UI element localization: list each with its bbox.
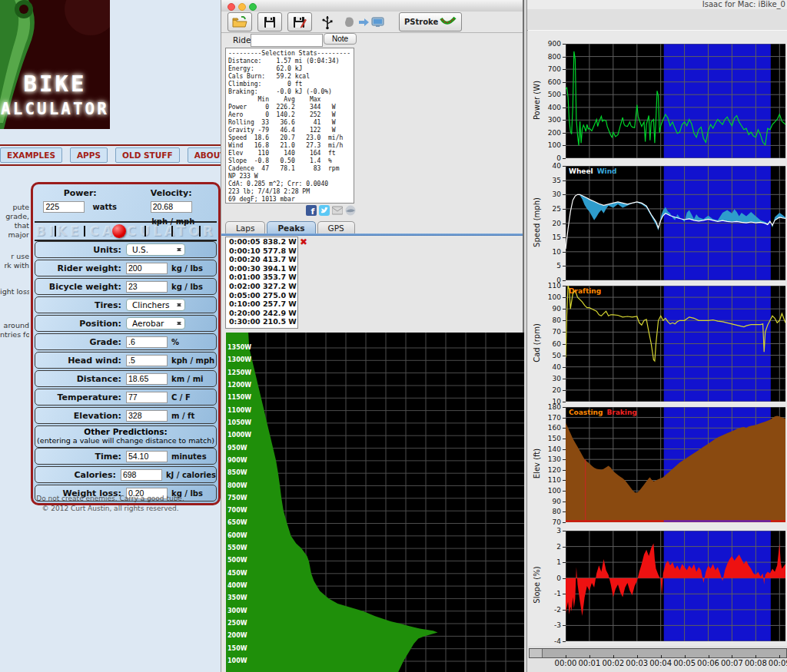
input-grade[interactable] (126, 336, 168, 348)
cadence-tick-mark (563, 297, 566, 298)
elevation-tick-mark (563, 459, 566, 460)
slope-plot[interactable] (566, 531, 785, 641)
peak-entry[interactable]: 0:01:00 353.7 W (226, 273, 297, 282)
divider-top (0, 144, 221, 146)
power-tick-mark (563, 44, 566, 45)
twitter-icon[interactable] (319, 205, 330, 216)
cadence-tick-mark (563, 320, 566, 321)
other-predictions-title: Other Predictions: (35, 427, 216, 436)
select-units[interactable]: U.S. (126, 243, 185, 256)
power-duration-tick-label: 950W (227, 445, 247, 452)
peak-entry[interactable]: 0:20:00 242.9 W (226, 309, 297, 318)
cadence-tick-mark (563, 286, 566, 286)
facebook-icon[interactable]: f (306, 205, 317, 216)
zoom-button[interactable] (249, 3, 257, 11)
velocity-input[interactable] (151, 201, 192, 213)
peak-entry[interactable]: 0:00:20 413.7 W (226, 255, 297, 264)
scrollbar-cap (530, 649, 543, 657)
power-duration-tick-label: 450W (227, 570, 247, 577)
google-earth-icon[interactable] (345, 205, 356, 216)
power-duration-tick-label: 300W (227, 607, 247, 614)
email-icon[interactable] (332, 205, 343, 216)
input-bicycle-weight[interactable] (126, 281, 168, 293)
peak-entry[interactable]: 0:10:00 257.7 W (226, 300, 297, 309)
tab-gps[interactable]: GPS (317, 221, 355, 234)
tab-laps[interactable]: Laps (225, 221, 265, 234)
usb-icon (322, 15, 333, 30)
window-titlebar[interactable] (221, 0, 523, 12)
slope-tick-mark (563, 562, 566, 563)
power-duration-tick-label: 1250W (227, 369, 251, 376)
slider-tick (84, 226, 85, 237)
side-text-fragment: rk with (0, 261, 29, 270)
elevation-plot[interactable] (566, 407, 785, 522)
power-duration-tick-label: 1300W (227, 356, 251, 363)
power-input[interactable] (43, 201, 85, 213)
input-distance[interactable] (126, 373, 168, 385)
cadence-tick-mark (563, 379, 566, 379)
input-rider-weight[interactable] (126, 263, 168, 274)
row-calories: Calories:kJ / calories (35, 466, 217, 483)
chevron-up-down-icon (177, 246, 182, 253)
power-tick-mark (563, 57, 566, 58)
usb-import-button[interactable] (317, 13, 337, 31)
cadence-axis-title: Cad (rpm) (533, 285, 541, 401)
power-tick-mark (563, 120, 566, 121)
input-head-wind[interactable] (126, 355, 168, 366)
power-duration-tick-label: 350W (227, 594, 247, 601)
pstroke-button[interactable]: PStroke (399, 12, 462, 31)
select-tires[interactable]: Clinchers (126, 299, 185, 311)
save-as-button[interactable] (287, 12, 312, 31)
save-floppy-icon (264, 16, 276, 28)
cadence-plot[interactable] (566, 286, 785, 402)
peak-entry[interactable]: 0:30:00 210.5 W (226, 317, 297, 326)
nav-button-old-stuff[interactable]: OLD STUFF (115, 147, 180, 163)
input-temperature[interactable] (126, 392, 168, 403)
peak-entry[interactable]: 0:00:05 838.2 W (226, 237, 297, 247)
chevron-up-down-icon (177, 319, 182, 327)
peak-entry[interactable]: 0:00:30 394.1 W (226, 264, 297, 273)
time-axis-tick (732, 655, 732, 658)
tab-peaks[interactable]: Peaks (267, 221, 315, 234)
calculator-header-row: Power: watts Velocity: kph / mph (35, 186, 217, 223)
peak-entry[interactable]: 0:00:10 577.8 W (226, 247, 297, 256)
minimize-button[interactable] (238, 3, 246, 11)
nav-button-apps[interactable]: APPS (70, 147, 108, 163)
ride-name-input[interactable] (251, 34, 323, 47)
input-time[interactable] (126, 451, 168, 462)
speed-tick-mark (563, 223, 566, 224)
slope-tick-mark (563, 641, 566, 642)
elevation-tick-mark (563, 418, 566, 419)
velocity-field-group: Velocity: kph / mph (126, 186, 218, 221)
power-duration-tick-label: 800W (227, 482, 247, 489)
power-duration-tick-label: 100W (227, 657, 247, 664)
label-grade: Grade: (35, 337, 126, 347)
device-to-computer-transfer[interactable] (343, 13, 386, 31)
input-calories[interactable] (121, 469, 162, 481)
horizontal-scrollbar[interactable] (529, 648, 787, 658)
power-duration-chart[interactable] (226, 333, 524, 672)
unit-calories: kJ / calories (162, 471, 216, 479)
time-axis-tick (566, 655, 566, 658)
side-text-fragment: major (0, 230, 29, 239)
power-plot[interactable] (566, 44, 785, 158)
input-elevation[interactable] (126, 410, 168, 422)
slider-handle[interactable] (112, 224, 126, 238)
save-button[interactable] (257, 12, 282, 31)
elevation-tick-mark (563, 449, 566, 450)
peak-entry[interactable]: 0:02:00 327.2 W (226, 282, 297, 291)
note-button[interactable]: Note (324, 33, 357, 45)
close-button[interactable] (227, 3, 235, 11)
ride-row: Ride: Note (221, 34, 523, 48)
peak-entry[interactable]: 0:05:00 275.0 W (226, 291, 297, 300)
speed-plot[interactable] (566, 166, 785, 280)
nav-button-examples[interactable]: EXAMPLES (0, 147, 62, 163)
main-window-title: Isaac for Mac: iBike_0 (527, 0, 787, 9)
delete-peak-icon[interactable]: ✖ (300, 237, 307, 247)
select-position[interactable]: Aerobar (126, 317, 185, 329)
calculator-slider[interactable]: BIKE CALCULATOR (35, 223, 217, 241)
scrollbar-thumb[interactable] (543, 649, 786, 657)
open-file-button[interactable] (227, 12, 252, 31)
screen: BIKE ALCULATOR EXAMPLESAPPSOLD STUFFABOU… (0, 0, 787, 672)
time-axis-label: 00:09 (765, 659, 787, 667)
